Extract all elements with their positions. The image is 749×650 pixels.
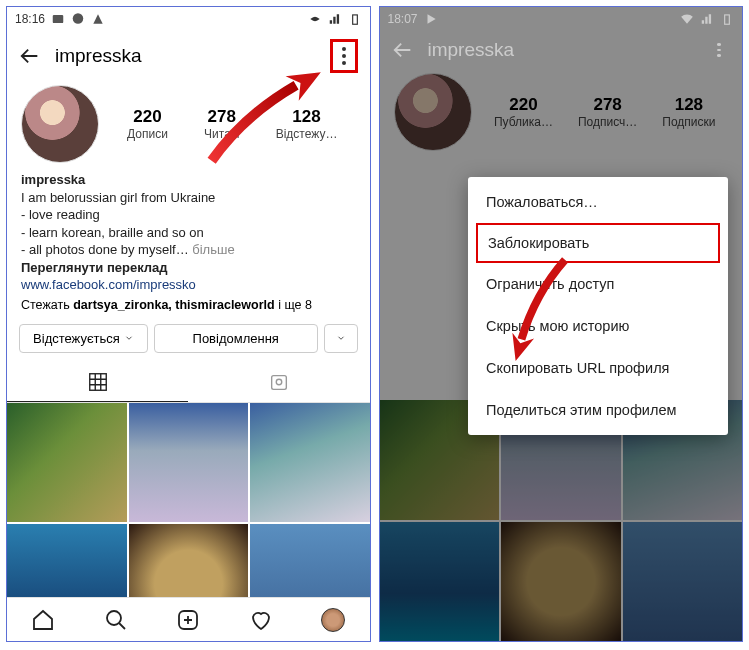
photo-grid [380,400,743,641]
stat-posts[interactable]: 220Публика… [494,95,553,129]
avatar[interactable] [21,85,99,163]
translate-link[interactable]: Переглянути переклад [21,259,356,277]
photo-thumb[interactable] [250,403,370,523]
photo-thumb[interactable] [501,522,621,642]
screenshot-left: 18:16 impresska 220Дописи 278Читачі 128В… [6,6,371,642]
stat-following[interactable]: 128Відстежу… [276,107,338,141]
profile-header: impresska [380,31,743,69]
following-button[interactable]: Відстежується [19,324,148,353]
svg-point-5 [276,380,282,386]
svg-rect-0 [53,15,64,23]
menu-share[interactable]: Поделиться этим профилем [468,389,728,431]
message-button[interactable]: Повідомлення [154,324,318,353]
menu-restrict[interactable]: Ограничить доступ [468,263,728,305]
bio-name: impresska [21,171,356,189]
stat-posts[interactable]: 220Дописи [127,107,168,141]
stat-followers[interactable]: 278Читачі [204,107,239,141]
heart-icon[interactable] [249,608,273,632]
bio: impresska I am belorussian girl from Ukr… [7,169,370,296]
back-icon[interactable] [392,39,414,61]
suggestions-button[interactable] [324,324,358,353]
svg-rect-3 [89,374,106,391]
search-icon[interactable] [104,608,128,632]
more-options-button[interactable] [330,39,358,73]
tab-tagged[interactable] [188,363,369,402]
gallery-icon [51,12,65,26]
header-username: impresska [55,45,316,67]
photo-thumb[interactable] [380,522,500,642]
signal-icon [328,12,342,26]
status-time: 18:16 [15,12,45,26]
menu-copy-url[interactable]: Скопировать URL профиля [468,347,728,389]
status-bar: 18:07 [380,7,743,31]
action-buttons: Відстежується Повідомлення [7,314,370,363]
battery-icon [348,12,362,26]
add-icon[interactable] [176,608,200,632]
photo-thumb[interactable] [129,403,249,523]
profile-tabs [7,363,370,403]
battery-icon [720,12,734,26]
profile-header: impresska [7,31,370,81]
menu-hide-story[interactable]: Скрыть мою историю [468,305,728,347]
svg-rect-2 [352,15,357,24]
wifi-icon [680,12,694,26]
stat-following[interactable]: 128Подписки [662,95,715,129]
bottom-nav [7,597,370,641]
followed-by[interactable]: Стежать dartsya_zironka, thismiracleworl… [7,296,370,314]
photo-thumb[interactable] [623,522,743,642]
svg-point-6 [107,611,121,625]
svg-rect-8 [725,15,730,24]
profile-summary: 220Дописи 278Читачі 128Відстежу… [7,81,370,169]
more-link[interactable]: більше [192,242,234,257]
menu-block[interactable]: Заблокировать [476,223,720,263]
avatar[interactable] [394,73,472,151]
back-icon[interactable] [19,45,41,67]
stat-followers[interactable]: 278Подписч… [578,95,637,129]
external-link[interactable]: www.facebook.com/impressko [21,276,356,294]
menu-report[interactable]: Пожаловаться… [468,181,728,223]
messenger-icon [71,12,85,26]
signal-icon [700,12,714,26]
screenshot-right: 18:07 impresska 220Публика… 278Подписч… … [379,6,744,642]
options-menu: Пожаловаться… Заблокировать Ограничить д… [468,177,728,435]
notif-icon [91,12,105,26]
header-username: impresska [428,39,695,61]
svg-rect-4 [272,376,287,390]
status-bar: 18:16 [7,7,370,31]
home-icon[interactable] [31,608,55,632]
photo-thumb[interactable] [7,403,127,523]
play-icon [424,12,438,26]
svg-point-1 [73,13,84,24]
status-time: 18:07 [388,12,418,26]
profile-icon[interactable] [321,608,345,632]
tab-grid[interactable] [7,363,188,402]
more-options-button[interactable] [708,39,730,61]
wifi-icon [308,12,322,26]
